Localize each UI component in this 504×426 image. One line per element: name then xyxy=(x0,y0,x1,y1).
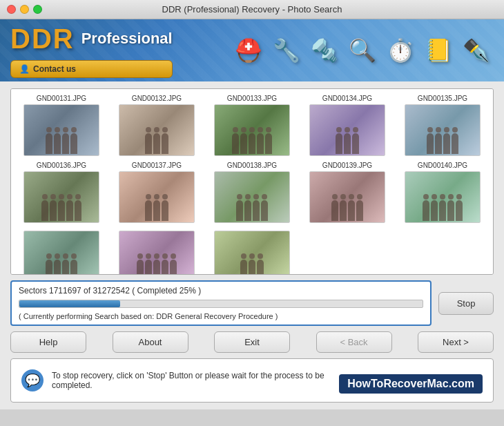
photo-content xyxy=(24,192,99,222)
list-item[interactable]: GND00139.JPG xyxy=(302,162,392,223)
bottom-buttons: Help About Exit < Back Next > xyxy=(10,331,494,353)
photo-thumbnail[interactable] xyxy=(23,104,99,156)
photo-thumbnail[interactable] xyxy=(23,231,99,275)
photo-content xyxy=(215,125,289,155)
list-item[interactable] xyxy=(207,229,297,275)
photo-label: GND00139.JPG xyxy=(322,162,372,169)
info-icon: 💬 xyxy=(21,369,43,391)
watermark-text: HowToRecoverMac.com xyxy=(339,374,483,394)
photo-label: GND00137.JPG xyxy=(132,162,182,169)
stop-button[interactable]: Stop xyxy=(438,292,494,315)
window-controls xyxy=(7,5,42,14)
photo-thumbnail[interactable] xyxy=(214,231,290,275)
header-icons: ⛑️ 🔧 🔩 🔍 ⏱️ 📒 ✒️ xyxy=(235,37,490,64)
photo-content xyxy=(119,251,194,275)
photo-thumbnail[interactable] xyxy=(405,104,481,156)
progress-area: Sectors 1711697 of 31272542 ( Completed … xyxy=(10,280,494,326)
list-item[interactable]: GND00134.JPG xyxy=(302,95,392,156)
header-banner: DDR Professional 👤 Contact us ⛑️ 🔧 🔩 🔍 ⏱… xyxy=(0,19,504,81)
list-item[interactable]: GND00136.JPG xyxy=(17,162,106,223)
photo-label: GND00132.JPG xyxy=(132,95,182,102)
pen-icon: ✒️ xyxy=(463,37,490,64)
list-item[interactable] xyxy=(112,229,202,275)
progress-status: ( Currently performing Search based on: … xyxy=(19,312,423,320)
back-button[interactable]: < Back xyxy=(316,331,392,353)
list-item[interactable]: GND00132.JPG xyxy=(112,95,202,156)
photo-content xyxy=(215,192,289,222)
photo-grid-wrapper: GND00131.JPGGND00132.JPGGND00133.JPGGND0… xyxy=(10,88,494,275)
about-button[interactable]: About xyxy=(113,331,188,353)
photo-content xyxy=(405,192,480,222)
photo-content xyxy=(119,125,194,155)
clock-icon: ⏱️ xyxy=(387,37,414,64)
photo-thumbnail[interactable] xyxy=(23,171,99,223)
list-item[interactable]: GND00131.JPG xyxy=(17,95,106,156)
main-content: GND00131.JPGGND00132.JPGGND00133.JPGGND0… xyxy=(0,81,504,409)
info-text: To stop recovery, click on 'Stop' Button… xyxy=(52,371,331,390)
photo-content xyxy=(215,251,289,275)
progress-bar-track xyxy=(19,300,423,308)
photo-content xyxy=(310,192,385,222)
list-item[interactable]: GND00135.JPG xyxy=(398,95,487,156)
contact-label: Contact us xyxy=(33,64,76,74)
professional-text: Professional xyxy=(81,30,173,48)
list-item[interactable]: GND00140.JPG xyxy=(398,162,487,223)
progress-box: Sectors 1711697 of 31272542 ( Completed … xyxy=(10,280,432,326)
pliers-icon: 🔩 xyxy=(311,37,338,64)
titlebar: DDR (Professional) Recovery - Photo Sear… xyxy=(0,0,504,19)
list-item[interactable]: GND00137.JPG xyxy=(112,162,202,223)
photo-label: GND00131.JPG xyxy=(37,95,86,102)
progress-bar-fill xyxy=(19,300,120,307)
photo-label: GND00134.JPG xyxy=(322,95,372,102)
photo-label: GND00136.JPG xyxy=(37,162,86,169)
list-item[interactable] xyxy=(17,229,106,275)
photo-content xyxy=(405,125,480,155)
logo-area: DDR Professional 👤 Contact us xyxy=(10,23,173,78)
info-symbol: 💬 xyxy=(25,373,40,388)
ddr-logo: DDR Professional xyxy=(10,23,173,55)
window-title: DDR (Professional) Recovery - Photo Sear… xyxy=(162,4,342,14)
photo-thumbnail[interactable] xyxy=(309,171,385,223)
photo-content xyxy=(24,125,99,155)
photo-grid-container[interactable]: GND00131.JPGGND00132.JPGGND00133.JPGGND0… xyxy=(10,88,494,275)
photo-label: GND00138.JPG xyxy=(227,162,277,169)
photo-thumbnail[interactable] xyxy=(214,104,290,156)
help-button[interactable]: Help xyxy=(10,331,86,353)
photo-thumbnail[interactable] xyxy=(309,104,385,156)
photo-grid: GND00131.JPGGND00132.JPGGND00133.JPGGND0… xyxy=(17,95,487,275)
ddr-text: DDR xyxy=(10,23,75,55)
list-item[interactable]: GND00133.JPG xyxy=(207,95,297,156)
tools-icon: 🔧 xyxy=(273,37,300,64)
contact-button[interactable]: 👤 Contact us xyxy=(10,60,173,78)
photo-content xyxy=(24,251,99,275)
minimize-button[interactable] xyxy=(20,5,29,14)
list-item[interactable]: GND00138.JPG xyxy=(207,162,297,223)
magnifier-icon: 🔍 xyxy=(349,37,376,64)
progress-text: Sectors 1711697 of 31272542 ( Completed … xyxy=(19,286,423,296)
info-banner: 💬 To stop recovery, click on 'Stop' Butt… xyxy=(10,358,494,403)
watermark-container: HowToRecoverMac.com xyxy=(339,371,483,394)
photo-content xyxy=(119,192,194,222)
photo-label: GND00140.JPG xyxy=(418,162,467,169)
photo-thumbnail[interactable] xyxy=(119,231,195,275)
photo-thumbnail[interactable] xyxy=(119,171,195,223)
close-button[interactable] xyxy=(7,5,16,14)
photo-thumbnail[interactable] xyxy=(214,171,290,223)
maximize-button[interactable] xyxy=(33,5,42,14)
photo-thumbnail[interactable] xyxy=(405,171,481,223)
helmet-icon: ⛑️ xyxy=(235,37,262,64)
contact-icon: 👤 xyxy=(19,64,30,74)
next-button[interactable]: Next > xyxy=(418,331,494,353)
photo-content xyxy=(310,125,385,155)
photo-thumbnail[interactable] xyxy=(119,104,195,156)
book-icon: 📒 xyxy=(425,37,452,64)
photo-label: GND00133.JPG xyxy=(227,95,277,102)
exit-button[interactable]: Exit xyxy=(214,331,290,353)
photo-label: GND00135.JPG xyxy=(418,95,467,102)
